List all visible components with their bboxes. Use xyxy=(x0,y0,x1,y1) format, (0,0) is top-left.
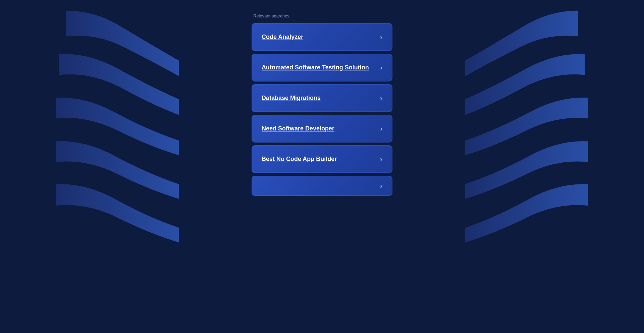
search-item-label-database-migrations: Database Migrations xyxy=(262,95,321,102)
search-item-database-migrations[interactable]: Database Migrations › xyxy=(252,84,392,112)
search-item-6[interactable]: › xyxy=(252,176,392,196)
chevron-right-icon-1: › xyxy=(380,33,382,41)
chevron-right-icon-3: › xyxy=(380,94,382,102)
chevron-right-icon-5: › xyxy=(380,155,382,163)
search-item-label-best-no-code-app-builder: Best No Code App Builder xyxy=(262,156,337,163)
chevron-right-icon-2: › xyxy=(380,64,382,71)
search-item-need-software-developer[interactable]: Need Software Developer › xyxy=(252,115,392,143)
search-item-code-analyzer[interactable]: Code Analyzer › xyxy=(252,23,392,51)
search-item-label-need-software-developer: Need Software Developer xyxy=(262,125,334,132)
search-item-automated-testing[interactable]: Automated Software Testing Solution › xyxy=(252,54,392,81)
relevant-searches-label: Relevant searches xyxy=(253,13,289,18)
main-content: Relevant searches Code Analyzer › Automa… xyxy=(252,13,392,196)
search-items-list: Code Analyzer › Automated Software Testi… xyxy=(252,23,392,196)
chevron-right-icon-4: › xyxy=(380,125,382,132)
search-item-label-automated-testing: Automated Software Testing Solution xyxy=(262,64,369,71)
search-item-label-code-analyzer: Code Analyzer xyxy=(262,34,303,41)
chevron-right-icon-6: › xyxy=(380,182,382,190)
search-item-best-no-code-app-builder[interactable]: Best No Code App Builder › xyxy=(252,145,392,173)
